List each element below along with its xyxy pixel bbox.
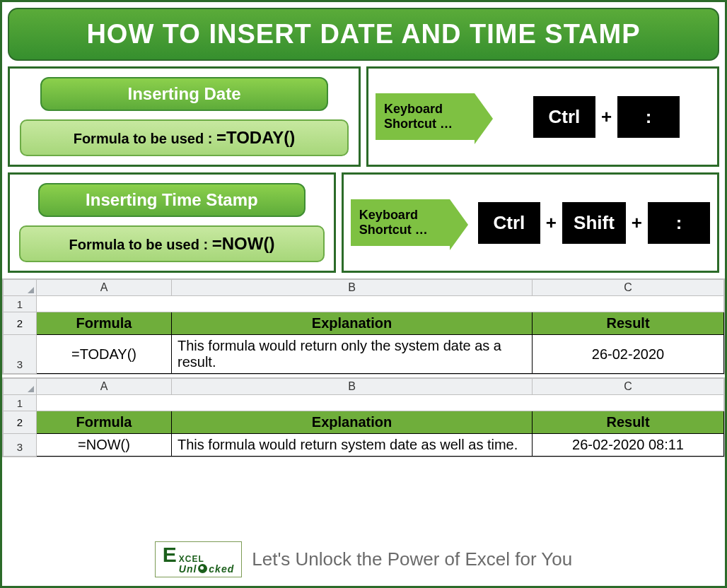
card-date-shortcut: Keyboard Shortcut … Ctrl + : (366, 66, 719, 167)
row-1: 1 (4, 395, 37, 411)
section-heading-date: Inserting Date (40, 77, 327, 111)
row-3: 3 (4, 335, 37, 374)
cell-formula-now: =NOW() (37, 434, 172, 457)
tagline: Let's Unlock the Power of Excel for You (252, 548, 572, 570)
logo-sub: Unlcked (179, 563, 234, 574)
col-C: C (533, 280, 724, 296)
key-ctrl: Ctrl (533, 96, 595, 138)
logo-letter-e: E (163, 545, 178, 564)
card-time-formula: Inserting Time Stamp Formula to be used … (8, 172, 336, 273)
shortcut-label: Keyboard Shortcut … (351, 199, 450, 246)
shortcut-keys-date: Ctrl + : (503, 96, 710, 138)
key-shift: Shift (562, 202, 626, 244)
shortcut-label: Keyboard Shortcut … (376, 93, 475, 140)
formula-label: Formula to be used : (69, 237, 211, 252)
plus-icon: + (601, 106, 612, 128)
section-heading-time: Inserting Time Stamp (38, 183, 306, 217)
cell-explanation-now: This formula would return system date as… (172, 434, 533, 457)
select-all-icon (4, 280, 37, 296)
select-all-icon (4, 379, 37, 395)
table-header-result: Result (533, 411, 724, 434)
formula-pill-time: Formula to be used : =NOW() (19, 225, 325, 262)
table-header-explanation: Explanation (172, 312, 533, 335)
spreadsheet-now: A B C 1 2 Formula Explanation Result 3 =… (2, 377, 725, 457)
cell-explanation-today: This formula would return only the syste… (172, 335, 533, 374)
table-header-formula: Formula (37, 411, 172, 434)
formula-fn-now: =NOW() (212, 234, 275, 253)
footer: E XCEL Unlcked Let's Unlock the Power of… (2, 536, 725, 586)
col-A: A (37, 379, 172, 395)
row-3: 3 (4, 434, 37, 457)
main-title: HOW TO INSERT DATE AND TIME STAMP (8, 8, 719, 61)
plus-icon: + (546, 212, 557, 234)
col-header-row: A B C (4, 280, 724, 296)
spreadsheet-today: A B C 1 2 Formula Explanation Result 3 =… (2, 278, 725, 375)
card-date-formula: Inserting Date Formula to be used : =TOD… (8, 66, 361, 167)
row-2: 2 (4, 312, 37, 335)
col-A: A (37, 280, 172, 296)
cell-formula-today: =TODAY() (37, 335, 172, 374)
card-time-shortcut: Keyboard Shortcut … Ctrl + Shift + : (342, 172, 719, 273)
logo-brand: XCEL (179, 555, 234, 563)
formula-fn-today: =TODAY() (216, 128, 295, 147)
plus-icon: + (632, 212, 642, 234)
table-header-formula: Formula (37, 312, 172, 335)
col-B: B (172, 280, 533, 296)
table-header-explanation: Explanation (172, 411, 533, 434)
logo-excel-unlocked: E XCEL Unlcked (155, 541, 243, 577)
key-colon: : (617, 96, 680, 138)
col-C: C (533, 379, 724, 395)
keyhole-icon (198, 564, 207, 573)
shortcut-keys-time: Ctrl + Shift + : (478, 202, 710, 244)
formula-label: Formula to be used : (74, 131, 216, 146)
section-date: Inserting Date Formula to be used : =TOD… (8, 66, 719, 167)
col-header-row: A B C (4, 379, 724, 395)
key-colon: : (648, 202, 710, 244)
key-ctrl: Ctrl (478, 202, 540, 244)
formula-pill-date: Formula to be used : =TODAY() (20, 119, 349, 156)
cell-result-today: 26-02-2020 (533, 335, 724, 374)
row-1: 1 (4, 296, 37, 312)
section-time: Inserting Time Stamp Formula to be used … (8, 172, 719, 273)
col-B: B (172, 379, 533, 395)
row-2: 2 (4, 411, 37, 434)
cell-result-now: 26-02-2020 08:11 (533, 434, 724, 457)
table-header-result: Result (533, 312, 724, 335)
